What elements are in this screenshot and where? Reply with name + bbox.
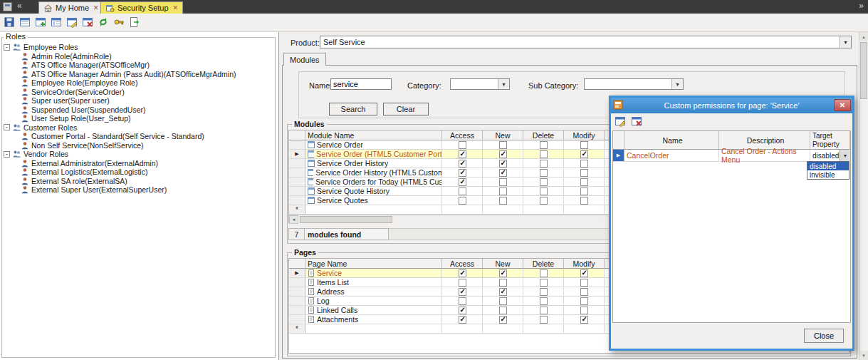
checkbox[interactable] [580, 169, 588, 177]
checkbox[interactable] [580, 269, 588, 277]
tree-item[interactable]: External SA role(ExternalSA) [4, 177, 273, 186]
tree-item[interactable]: Employee Role(Employee Role) [4, 78, 273, 88]
delete-icon[interactable] [80, 16, 94, 29]
checkbox[interactable] [540, 297, 548, 305]
checkbox[interactable] [580, 141, 588, 149]
checkbox[interactable] [499, 150, 507, 158]
checkbox[interactable] [459, 141, 466, 149]
scroll-tabs-right-icon[interactable]: » [859, 1, 864, 11]
save-icon[interactable] [2, 16, 16, 29]
permission-row[interactable]: ▶ CancelOrder Cancel Order - Actions Men… [613, 150, 850, 162]
checkbox[interactable] [580, 297, 588, 305]
refresh-icon[interactable] [96, 16, 110, 29]
clear-button[interactable]: Clear [383, 103, 429, 115]
tree-item[interactable]: Non Self Service(NonSelfService) [4, 141, 273, 150]
tree-group[interactable]: -Vendor Roles [4, 150, 273, 159]
collapse-icon[interactable]: - [4, 44, 10, 51]
checkbox[interactable] [459, 269, 466, 277]
checkbox[interactable] [540, 269, 548, 277]
scroll-down-icon[interactable]: ▼ [859, 351, 868, 360]
close-tab-icon[interactable]: ✕ [93, 5, 99, 11]
dialog-close-icon[interactable]: ✕ [834, 99, 851, 111]
remove-permission-icon[interactable] [629, 115, 643, 128]
checkbox[interactable] [540, 316, 548, 324]
chevron-down-icon[interactable]: ▼ [498, 79, 509, 89]
dropdown-option[interactable]: disabled [807, 162, 849, 170]
tree-item[interactable]: ServiceOrder(ServiceOrder) [4, 88, 273, 97]
tree-item[interactable]: Customer Portal - Standard(Self Service … [4, 132, 273, 141]
export-icon[interactable] [127, 16, 141, 29]
tree-item[interactable]: ATS Office Manager Admin (Pass Audit)(AT… [4, 70, 273, 79]
scrollbar-thumb[interactable] [860, 42, 867, 99]
collapse-icon[interactable]: - [4, 151, 10, 158]
chevron-down-icon[interactable]: ▼ [840, 150, 850, 161]
subcategory-dropdown[interactable]: ▼ [584, 78, 684, 90]
checkbox[interactable] [459, 160, 466, 168]
checkbox[interactable] [540, 187, 548, 195]
checkbox[interactable] [459, 288, 466, 296]
tree-item[interactable]: External Logistics(ExternalLogistic) [4, 168, 273, 177]
row-selector[interactable] [289, 159, 305, 168]
checkbox[interactable] [580, 279, 588, 287]
tree-item[interactable]: Suspended User(SuspendedUser) [4, 106, 273, 115]
close-tab-icon[interactable]: ✕ [173, 5, 179, 11]
checkbox[interactable] [459, 279, 466, 287]
checkbox[interactable] [580, 197, 588, 205]
search-button[interactable]: Search [329, 103, 377, 115]
checkbox[interactable] [540, 160, 548, 168]
checkbox[interactable] [540, 279, 548, 287]
checkbox[interactable] [499, 197, 507, 205]
dropdown-option[interactable]: invisible [807, 170, 849, 179]
checkbox[interactable] [499, 141, 507, 149]
tab-my-home[interactable]: My Home ✕ [38, 1, 104, 14]
checkbox[interactable] [499, 316, 507, 324]
collapse-icon[interactable]: - [4, 124, 10, 130]
tree-item[interactable]: ATS Office Manager(ATSOfficeMgr) [4, 61, 273, 70]
product-dropdown[interactable]: Self Service ▼ [320, 36, 852, 48]
checkbox[interactable] [540, 141, 548, 149]
checkbox[interactable] [499, 160, 507, 168]
dialog-titlebar[interactable]: Custom permissions for page: 'Service' ✕ [611, 98, 852, 113]
row-selector[interactable] [289, 315, 305, 324]
row-selector[interactable] [289, 278, 305, 287]
tab-security-setup[interactable]: Security Setup ✕ [100, 1, 183, 14]
row-selector[interactable] [289, 178, 305, 187]
checkbox[interactable] [580, 160, 588, 168]
row-selector[interactable] [289, 196, 305, 205]
checkbox[interactable] [459, 178, 466, 186]
row-selector[interactable] [289, 306, 305, 315]
scroll-up-icon[interactable]: ▲ [859, 32, 868, 41]
tree-item[interactable]: User Setup Role(User_Setup) [4, 114, 273, 123]
checkbox[interactable] [499, 297, 507, 305]
form-edit-icon[interactable] [65, 16, 78, 29]
row-selector[interactable] [289, 297, 305, 306]
new-window-icon[interactable] [33, 16, 47, 29]
checkbox[interactable] [499, 187, 507, 195]
tab-modules[interactable]: Modules [283, 53, 326, 66]
row-selector[interactable]: ▶ [289, 269, 305, 278]
checkbox[interactable] [580, 187, 588, 195]
checkbox[interactable] [540, 288, 548, 296]
row-selector[interactable] [289, 287, 305, 297]
checkbox[interactable] [459, 150, 466, 158]
checkbox[interactable] [499, 307, 507, 314]
tree-group[interactable]: -Employee Roles [4, 43, 273, 52]
checkbox[interactable] [540, 307, 548, 314]
scroll-left-icon[interactable]: ◄ [289, 215, 298, 224]
checkbox[interactable] [580, 150, 588, 158]
checkbox[interactable] [499, 169, 507, 177]
tree-item[interactable]: Admin Role(AdminRole) [4, 52, 273, 61]
row-selector[interactable] [289, 140, 305, 150]
row-selector[interactable]: ▶ [613, 150, 624, 162]
views-icon[interactable] [18, 16, 31, 29]
scrollbar-thumb[interactable] [300, 216, 392, 223]
checkbox[interactable] [540, 197, 548, 205]
name-input[interactable] [330, 78, 392, 90]
checkbox[interactable] [540, 150, 548, 158]
checkbox[interactable] [459, 197, 466, 205]
tree-item[interactable]: External Super User(ExternalSuperUser) [4, 185, 273, 195]
edit-permission-icon[interactable] [613, 115, 627, 128]
chevron-down-icon[interactable]: ▼ [840, 36, 851, 48]
checkbox[interactable] [459, 169, 466, 177]
row-selector[interactable]: ▶ [289, 150, 305, 159]
